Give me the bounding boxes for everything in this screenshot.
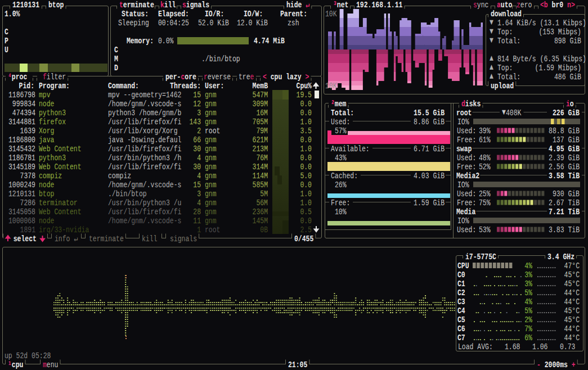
svg-text:▲: ▲ [490, 63, 493, 73]
svg-text:4: 4 [197, 198, 201, 208]
svg-text:25%: 25% [479, 189, 491, 199]
svg-text:6.71 GiB: 6.71 GiB [414, 145, 445, 154]
svg-text:gnm: gnm [205, 154, 217, 163]
svg-text:M: M [114, 55, 118, 64]
svg-text:Used:: Used: [457, 127, 476, 136]
svg-text:1.59 GiB: 1.59 GiB [414, 198, 445, 208]
svg-text:/usr/lib/xorg/Xorg: /usr/lib/xorg/Xorg [108, 127, 178, 136]
svg-text:↑: ↑ [6, 234, 14, 244]
svg-text:47°C: 47°C [564, 261, 580, 271]
svg-text:705M: 705M [253, 118, 268, 127]
svg-text:0/455: 0/455 [294, 234, 313, 244]
svg-text:f: f [43, 73, 47, 82]
svg-text:0.73: 0.73 [560, 342, 575, 352]
svg-text:28: 28 [193, 207, 201, 217]
svg-text:Status:: Status: [122, 10, 149, 19]
svg-text:Free:: Free: [457, 136, 476, 145]
svg-text:Used:: Used: [457, 225, 476, 235]
svg-text:IO%: IO% [457, 118, 469, 127]
svg-text:Top:: Top: [497, 28, 513, 37]
svg-text:root: root [205, 225, 220, 235]
svg-text:C7: C7 [457, 333, 465, 343]
svg-text:python3 /home/gnm/b: python3 /home/gnm/b [108, 109, 181, 118]
svg-text:P: P [5, 37, 8, 46]
svg-text:Available:: Available: [331, 145, 370, 154]
svg-text:2.56 GiB: 2.56 GiB [549, 163, 580, 172]
svg-text:Sleeping: Sleeping [118, 19, 149, 28]
svg-text:226 GiB: 226 GiB [553, 109, 580, 118]
svg-text:./bin/btop: ./bin/btop [201, 55, 240, 64]
svg-text:2.5: 2.5 [300, 225, 312, 235]
svg-text:gnm: gnm [205, 118, 217, 127]
svg-text:btop: btop [39, 189, 54, 199]
svg-text:firefox: firefox [39, 118, 66, 127]
svg-text:▲: ▲ [490, 72, 493, 82]
svg-text:5%: 5% [524, 288, 532, 298]
svg-text:mpv --geometry=1462: mpv --geometry=1462 [108, 91, 181, 100]
svg-text:45°C: 45°C [564, 306, 580, 316]
svg-text:s: s [182, 1, 186, 10]
svg-text:52.0 KiB: 52.0 KiB [198, 19, 229, 28]
svg-text:erminate: erminate [123, 1, 154, 10]
svg-text:Media: Media [456, 207, 475, 217]
svg-text:signals: signals [170, 234, 197, 244]
svg-text:Web Content: Web Content [39, 207, 82, 217]
svg-text:▼: ▼ [490, 27, 493, 37]
svg-text:547M: 547M [253, 91, 268, 100]
svg-text:Total:: Total: [497, 37, 520, 46]
svg-text:node: node [39, 181, 54, 190]
svg-text:z: z [517, 1, 520, 10]
svg-text:MemB: MemB [253, 82, 268, 91]
svg-text:/usr/lib/firefox/fi: /usr/lib/firefox/fi [108, 207, 181, 217]
svg-text:15: 15 [193, 91, 201, 100]
svg-text:c: c [181, 73, 185, 82]
svg-text:3: 3 [197, 189, 201, 199]
svg-text:/usr/lib/firefox/fi: /usr/lib/firefox/fi [108, 145, 181, 154]
svg-text:61%: 61% [479, 136, 491, 145]
svg-text:hide: hide [286, 1, 306, 10]
svg-text:5M: 5M [260, 189, 268, 199]
svg-text:Elapsed:: Elapsed: [158, 10, 189, 19]
svg-text:C0: C0 [457, 270, 465, 280]
svg-text:gnm: gnm [205, 91, 217, 100]
svg-text:e: e [250, 73, 254, 82]
svg-text:314M: 314M [253, 163, 268, 172]
svg-text:Memory:: Memory: [127, 37, 154, 46]
svg-text:53%: 53% [479, 225, 491, 235]
svg-text:0.0: 0.0 [300, 163, 312, 172]
svg-text:8.86 GiB: 8.86 GiB [414, 118, 445, 127]
svg-text:¹: ¹ [8, 360, 12, 370]
svg-text:4: 4 [197, 154, 201, 163]
svg-text:mpv: mpv [39, 91, 51, 100]
svg-text:select: select [14, 234, 37, 244]
svg-text:114M: 114M [253, 172, 268, 181]
svg-text:2%: 2% [524, 315, 532, 325]
svg-text:137 GiB: 137 GiB [553, 136, 580, 145]
svg-text:76M: 76M [256, 154, 268, 163]
svg-text:45°C: 45°C [564, 270, 580, 280]
svg-text:1210131: 1210131 [8, 189, 35, 199]
svg-text:root: root [456, 109, 472, 118]
svg-text:10%: 10% [335, 207, 347, 217]
svg-text:3%: 3% [524, 279, 532, 289]
svg-text:/home/gnm/.vscode-s: /home/gnm/.vscode-s [108, 216, 181, 226]
svg-text:gnm: gnm [205, 172, 217, 181]
svg-text:145M: 145M [253, 216, 268, 226]
svg-text:/usr/bin/python3 /h: /usr/bin/python3 /h [108, 154, 181, 163]
svg-text:>: > [306, 73, 309, 82]
svg-text:Cached:: Cached: [331, 172, 358, 181]
svg-text:Parent:: Parent: [280, 10, 307, 19]
svg-text:<: < [263, 73, 267, 82]
svg-text:88.8 GiB: 88.8 GiB [549, 127, 580, 136]
svg-text:5.0: 5.0 [300, 172, 312, 181]
svg-text:isks: isks [465, 100, 481, 109]
svg-text:192.168.1.11: 192.168.1.11 [356, 1, 402, 10]
svg-text:12: 12 [193, 100, 201, 109]
svg-text:1186798: 1186798 [8, 91, 35, 100]
svg-text:i7-5775C: i7-5775C [465, 252, 496, 262]
svg-text:gnm: gnm [205, 109, 217, 118]
svg-text:52%: 52% [479, 163, 491, 172]
svg-text:408K: 408K [506, 109, 522, 118]
svg-text:309M: 309M [253, 100, 268, 109]
svg-text:/usr/bin/python3 /u: /usr/bin/python3 /u [108, 198, 181, 208]
